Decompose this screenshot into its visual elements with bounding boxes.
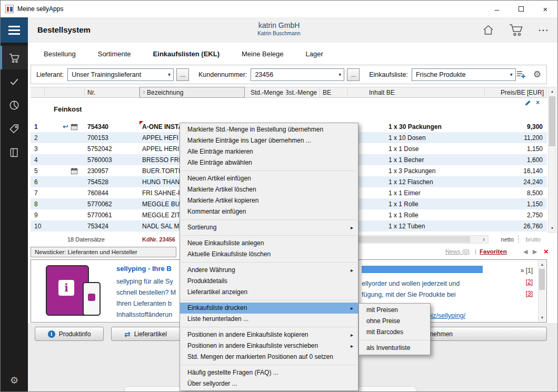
menu-item-std-mengen-der-markierten-positionen-auf-0-setzen[interactable]: Std. Mengen der markierten Positionen au…: [180, 351, 358, 363]
kundennummer-select[interactable]: 23456 ▾: [251, 68, 344, 81]
tab-lager[interactable]: Lager: [306, 50, 323, 58]
menu-item-alle-einträge-markieren[interactable]: Alle Einträge markieren: [180, 146, 358, 157]
group-row-feinkost[interactable]: Feinkost ×: [31, 98, 547, 121]
produktinfo-button[interactable]: i Produktinfo: [35, 327, 104, 341]
menu-item-als-inventurliste[interactable]: als Inventurliste: [359, 343, 430, 354]
sort-ascending-icon: ↑: [143, 89, 145, 95]
sidebar-item-settings[interactable]: ⚙: [1, 375, 28, 386]
menu-item-mit-barcodes[interactable]: mit Barcodes: [359, 327, 430, 338]
cell-nr: 5760003: [85, 154, 140, 165]
close-group-icon[interactable]: ×: [536, 99, 540, 106]
menu-item-lieferartikel-anzeigen[interactable]: Lieferartikel anzeigen: [180, 287, 358, 298]
kundennummer-browse-button[interactable]: ...: [347, 68, 360, 81]
news-title[interactable]: sellyping - Ihre B: [116, 265, 172, 273]
menu-item-ohne-preise[interactable]: ohne Preise: [359, 316, 430, 327]
menu-item-sortierung[interactable]: Sortierung▸: [180, 222, 358, 233]
lieferant-select[interactable]: Unser Trainingslieferant ▾: [67, 68, 174, 81]
home-button[interactable]: [482, 24, 495, 36]
einkaufsliste-select[interactable]: Frische Produkte ▾: [412, 68, 516, 81]
scroll-down-icon[interactable]: ▼: [539, 314, 546, 321]
app-window: Meine sellyApps – × Bestellsystem katrin…: [0, 0, 558, 392]
prev-news-icon[interactable]: ◀: [523, 248, 527, 255]
more-options-button[interactable]: ⋯: [538, 24, 549, 36]
menu-item-aktuelle-einkaufsliste-löschen[interactable]: Aktuelle Einkaufsliste löschen: [180, 249, 358, 260]
minimize-button[interactable]: –: [485, 1, 509, 17]
news-ref-link[interactable]: » [1]: [521, 265, 533, 276]
edit-icon[interactable]: [524, 99, 531, 106]
tab-bestellung[interactable]: Bestellung: [44, 50, 76, 58]
column-header-inhalt-be[interactable]: Inhalt BE: [348, 87, 485, 98]
scroll-down-icon[interactable]: ▼: [549, 224, 556, 232]
menu-separator: [181, 219, 357, 220]
news-scrollbar[interactable]: ▲ ▼: [538, 260, 546, 321]
column-header-be[interactable]: BE: [320, 87, 348, 98]
column-header-std-menge[interactable]: Std.-Menge: [245, 87, 286, 98]
cell-inhalt-be: 1 x 12 Tuben: [348, 220, 485, 232]
sidebar-item-cart[interactable]: [1, 46, 28, 69]
menu-item-neuen-artikel-einfügen[interactable]: Neuen Artikel einfügen: [180, 173, 358, 184]
chevron-down-icon: ▾: [334, 72, 341, 77]
lieferartikel-button[interactable]: ⇄ Lieferartikel: [111, 327, 180, 341]
calendar-icon: [71, 167, 78, 175]
new-list-icon[interactable]: [516, 70, 526, 79]
column-header-nr[interactable]: Nr.: [85, 87, 140, 98]
hamburger-menu-button[interactable]: [1, 17, 28, 43]
menu-item-markierte-std-menge-in-bestellung-übernehmen[interactable]: Markierte Std.-Menge in Bestellung übern…: [180, 124, 358, 135]
menu-item-kommentar-einfügen[interactable]: Kommentar einfügen: [180, 206, 358, 217]
scrollbar-thumb[interactable]: [549, 96, 555, 146]
next-news-icon[interactable]: ▶: [533, 248, 537, 255]
sidebar-item-statistics[interactable]: [1, 93, 28, 117]
sidebar-item-check[interactable]: [1, 69, 28, 93]
header-actions: ⋯: [482, 17, 549, 43]
menu-item-produktdetails[interactable]: Produktdetails: [180, 276, 358, 287]
tab-sortimente[interactable]: Sortimente: [98, 50, 131, 58]
close-newsticker-icon[interactable]: ×: [544, 247, 549, 256]
scroll-up-icon[interactable]: ▲: [539, 260, 546, 268]
news-ref-link[interactable]: [3]: [521, 288, 533, 299]
menu-item-neue-einkaufsliste-anlegen[interactable]: Neue Einkaufsliste anlegen: [180, 238, 358, 249]
menu-item-andere-währung[interactable]: Andere Währung▸: [180, 265, 358, 276]
menu-item-alle-einträge-abwählen[interactable]: Alle Einträge abwählen: [180, 157, 358, 168]
netto-toggle[interactable]: netto: [501, 236, 514, 243]
maximize-button[interactable]: [509, 1, 533, 17]
menu-item-mit-preisen[interactable]: mit Preisen: [359, 305, 430, 316]
menu-item-häufig-gestellte-fragen-faq[interactable]: Häufig gestellte Fragen (FAQ) ...: [180, 367, 358, 378]
menu-item-positionen-in-andere-einkaufsliste-verschieben[interactable]: Positionen in andere Einkaufsliste versc…: [180, 340, 358, 351]
scroll-right-icon[interactable]: ›: [480, 236, 488, 243]
cell-preis: 26,760: [485, 220, 547, 232]
basket-button[interactable]: [509, 23, 524, 37]
menu-item-positionen-in-andere-einkaufsliste-kopieren[interactable]: Positionen in andere Einkaufsliste kopie…: [180, 329, 358, 340]
menu-item-liste-herunterladen[interactable]: Liste herunterladen ...: [180, 314, 358, 325]
table-scrollbar[interactable]: ▲ ▼: [548, 87, 556, 233]
account-info: katrin GmbH Katrin Buschmann: [257, 21, 301, 36]
menu-item-markierte-artikel-löschen[interactable]: Markierte Artikel löschen: [180, 184, 358, 195]
sidebar-item-tag[interactable]: [1, 117, 28, 140]
scrollbar-thumb[interactable]: [539, 269, 545, 290]
tab-meine-belege[interactable]: Meine Belege: [242, 50, 284, 58]
column-header-bst-menge[interactable]: Bst.-Menge: [286, 87, 320, 98]
brutto-toggle[interactable]: brutto: [526, 236, 541, 243]
scroll-up-icon[interactable]: ▲: [549, 87, 556, 95]
column-header-preis-be-eur[interactable]: Preis/BE [EUR]: [485, 87, 547, 98]
tab-einkaufslisten-ekl[interactable]: Einkaufslisten (EKL): [153, 50, 220, 58]
close-button[interactable]: ×: [533, 1, 557, 17]
menu-item-einkaufsliste-drucken[interactable]: Einkaufsliste drucken▸: [180, 303, 358, 314]
column-header-blank-1[interactable]: [45, 87, 85, 98]
news-ref-link[interactable]: [2]: [521, 276, 533, 288]
news-text-line: ellyorder und wollen jederzeit und: [362, 278, 460, 289]
news-text-line: sellyping für alle Sy: [116, 276, 176, 287]
menu-item-markierte-einträge-ins-lager-übernehmen[interactable]: Markierte Einträge ins Lager übernehmen …: [180, 135, 358, 146]
sidebar-item-catalog[interactable]: [1, 140, 28, 164]
column-header-bezeichnung[interactable]: ↑Bezeichnung: [140, 87, 245, 98]
favorites-link[interactable]: Favoriten: [480, 248, 507, 255]
news-link[interactable]: News (0): [445, 248, 470, 255]
menu-item-über-sellyorder[interactable]: Über sellyorder ...: [180, 378, 358, 389]
list-settings-button[interactable]: ⚙: [533, 69, 541, 80]
menu-item-markierte-artikel-kopieren[interactable]: Markierte Artikel kopieren: [180, 195, 358, 206]
cell-nr: 5770061: [85, 209, 140, 220]
column-header-blank-0[interactable]: [31, 87, 45, 98]
cell-preis: 1,150: [485, 143, 547, 154]
lieferant-browse-button[interactable]: ...: [176, 68, 189, 81]
pie-chart-icon: [9, 100, 19, 110]
menu-separator: [181, 327, 357, 327]
